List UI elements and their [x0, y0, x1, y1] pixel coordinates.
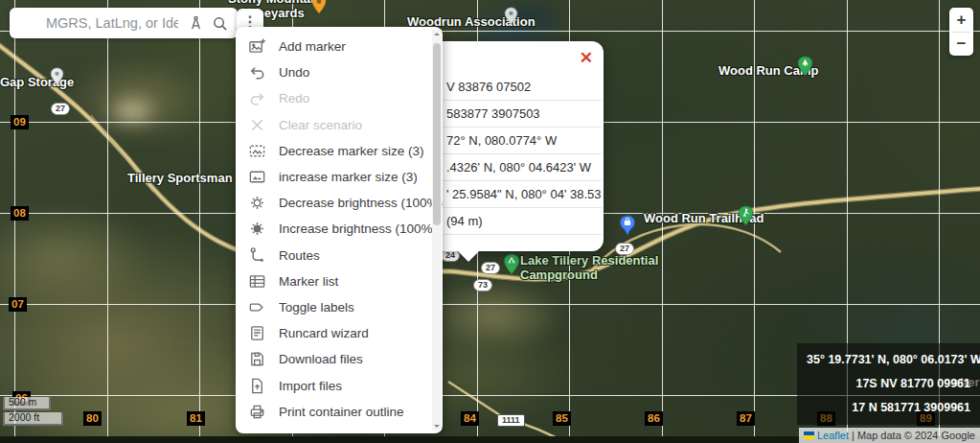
popup-tail [458, 251, 479, 262]
printer-icon [248, 403, 266, 421]
image-icon [248, 168, 266, 186]
clear-icon [248, 116, 266, 134]
add-marker-icon [248, 37, 266, 56]
menu-item-label: Redo [279, 91, 309, 105]
hamburger-menu-icon[interactable] [19, 16, 36, 30]
scale-imperial: 2000 ft [3, 412, 63, 426]
menu-item-import-files[interactable]: Import files [236, 372, 443, 398]
coordinate-readout-overlay: 35° 19.7731' N, 080° 06.0173' W 17S NV 8… [797, 343, 980, 425]
menu-item-marker-list[interactable]: Marker list [236, 268, 443, 294]
options-menu: Add marker Undo Redo Cl [236, 27, 443, 433]
grid-label-easting: 86 [645, 411, 663, 426]
orange-marker-pin[interactable] [311, 0, 327, 15]
menu-item-label: Toggle labels [279, 300, 354, 315]
zoom-out-button[interactable]: − [949, 33, 973, 57]
menu-item-label: Import files [279, 379, 342, 393]
scroll-down-arrow-icon[interactable] [434, 425, 440, 428]
campground-marker-pin[interactable] [503, 253, 520, 276]
search-input[interactable] [44, 14, 180, 32]
grid-label-northing: 09 [11, 115, 29, 129]
undo-icon [248, 63, 266, 82]
grid-label-easting: 85 [553, 411, 571, 426]
scale-control: 500 m 2000 ft [3, 395, 63, 426]
grid-label-easting: 84 [461, 411, 479, 426]
menu-item-add-marker[interactable]: Add marker [236, 34, 443, 59]
menu-item-routes[interactable]: Routes [236, 243, 443, 268]
grid-line [107, 0, 108, 436]
trailhead-marker-pin[interactable] [738, 205, 754, 227]
menu-item-label: Runcard wizard [279, 326, 369, 340]
grid-label-northing: 08 [11, 206, 29, 221]
attribution-text: | Map data © 2024 Google [852, 430, 975, 441]
search-icon[interactable] [212, 15, 228, 32]
menu-item-download-files[interactable]: Download files [236, 346, 443, 372]
route-shield: 27 [51, 103, 70, 115]
scrollbar-thumb[interactable] [433, 43, 441, 225]
store-marker-pin[interactable] [619, 215, 636, 237]
menu-item-toggle-labels[interactable]: Toggle labels [236, 294, 443, 320]
leaflet-link[interactable]: Leaflet [817, 430, 849, 441]
map-application: 80 81 84 85 86 87 88 89 09 08 07 06 Ston… [0, 0, 980, 443]
zoom-in-button[interactable]: + [949, 8, 973, 32]
menu-item-decrease-brightness[interactable]: Decrease brightness (100%) [236, 190, 443, 216]
grid-label-easting: 87 [737, 411, 755, 426]
menu-item-label: Decrease marker size (3) [279, 144, 424, 158]
compass-tool-icon[interactable] [188, 15, 204, 32]
route-shield: 27 [615, 243, 634, 255]
menu-item-undo[interactable]: Undo [236, 59, 443, 85]
close-icon[interactable]: ✕ [580, 50, 593, 66]
redo-icon [248, 89, 266, 107]
menu-item-label: Download files [279, 352, 363, 366]
latlng-readout: 35° 19.7731' N, 080° 06.0173' W [807, 352, 970, 367]
mgrs-readout: 17S NV 81770 09961 [807, 376, 970, 391]
grid-line [199, 0, 200, 436]
menu-item-label: Marker list [279, 274, 338, 289]
menu-item-label: Clear scenario [279, 118, 362, 132]
brightness-low-icon [248, 194, 266, 212]
gray-marker-pin[interactable] [50, 67, 64, 86]
zoom-control: + − [949, 8, 973, 56]
menu-item-label: increase marker size (3) [279, 170, 418, 184]
menu-item-increase-brightness[interactable]: Increase brightness (100%) [236, 216, 443, 242]
label-tag-icon [248, 298, 266, 316]
place-label: Lake Tillery Residential Campground [520, 253, 658, 282]
menu-item-label: Routes [279, 248, 320, 263]
scale-metric: 500 m [3, 397, 51, 410]
ukraine-flag-icon [804, 431, 814, 439]
campground-marker-pin[interactable] [797, 56, 813, 78]
search-bar [10, 8, 238, 38]
save-icon [248, 350, 266, 368]
scroll-up-arrow-icon[interactable] [434, 33, 440, 35]
route-shield: 27 [481, 262, 500, 274]
image-dashed-icon [248, 142, 266, 160]
brightness-high-icon [248, 220, 266, 238]
document-icon [248, 324, 266, 342]
route-shield: 73 [473, 279, 492, 291]
gray-marker-pin[interactable] [504, 7, 518, 26]
menu-item-label: Increase brightness (100%) [279, 222, 437, 236]
menu-item-label: Print container outline [279, 405, 404, 419]
menu-item-label: Add marker [279, 39, 346, 54]
menu-item-label: Decrease brightness (100%) [279, 196, 443, 210]
menu-item-decrease-marker-size[interactable]: Decrease marker size (3) [236, 138, 443, 164]
grid-line [0, 304, 980, 305]
route-shield: 1111 [497, 414, 525, 427]
file-upload-icon [248, 377, 266, 395]
utm-readout: 17 N 581771 3909961 [807, 400, 970, 415]
menu-scrollbar[interactable] [432, 30, 442, 431]
attribution-bar: Leaflet | Map data © 2024 Google [799, 428, 980, 443]
route-icon [248, 246, 266, 265]
grid-label-easting: 81 [187, 411, 205, 426]
grid-label-northing: 07 [9, 297, 27, 312]
table-list-icon [248, 272, 266, 291]
menu-item-label: Undo [279, 65, 309, 80]
menu-item-runcard-wizard[interactable]: Runcard wizard [236, 320, 443, 346]
menu-item-redo[interactable]: Redo [236, 85, 443, 111]
menu-item-print-container-outline[interactable]: Print container outline [236, 399, 443, 425]
menu-item-clear-scenario[interactable]: Clear scenario [236, 112, 443, 138]
grid-label-easting: 80 [83, 411, 102, 426]
menu-item-increase-marker-size[interactable]: increase marker size (3) [236, 164, 443, 190]
